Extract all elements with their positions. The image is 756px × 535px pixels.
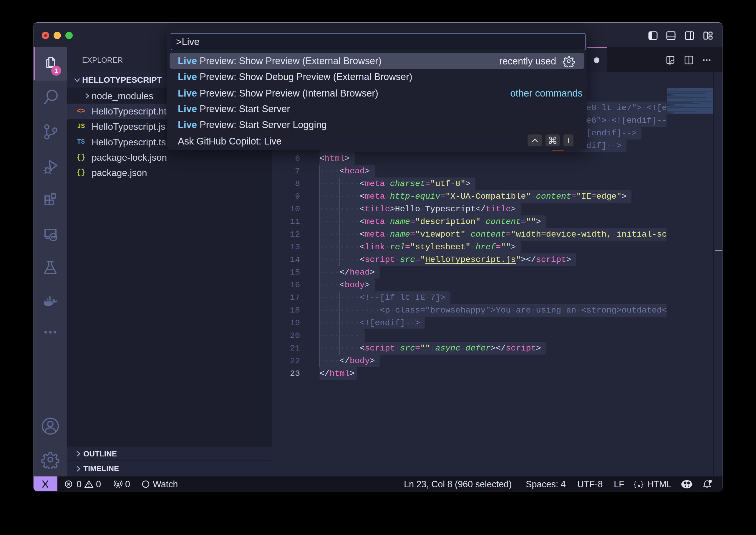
svg-text:}: } bbox=[641, 480, 643, 488]
svg-text:{: { bbox=[634, 480, 636, 488]
